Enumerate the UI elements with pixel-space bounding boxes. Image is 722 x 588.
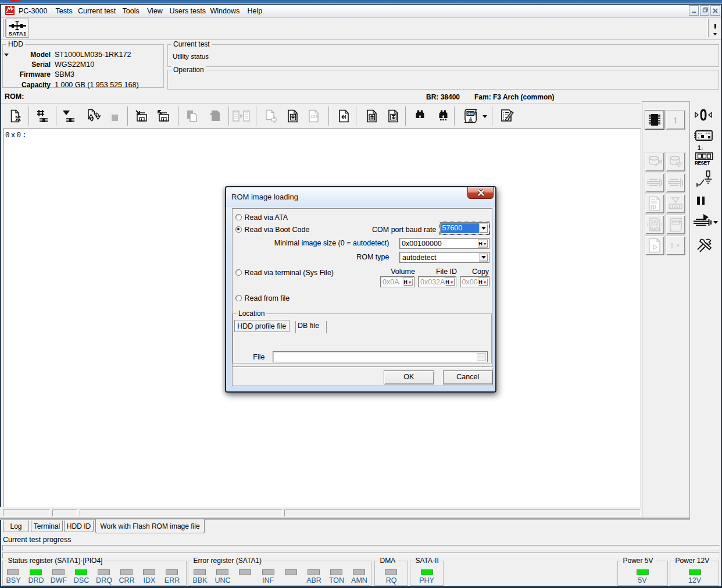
svg-text:DATA: DATA — [650, 227, 661, 231]
svg-text:123: 123 — [310, 114, 318, 119]
svg-text:OIIOI: OIIOI — [467, 112, 477, 116]
svg-text:ID: ID — [650, 204, 657, 210]
svg-text:OIIOI: OIIOI — [672, 220, 681, 224]
